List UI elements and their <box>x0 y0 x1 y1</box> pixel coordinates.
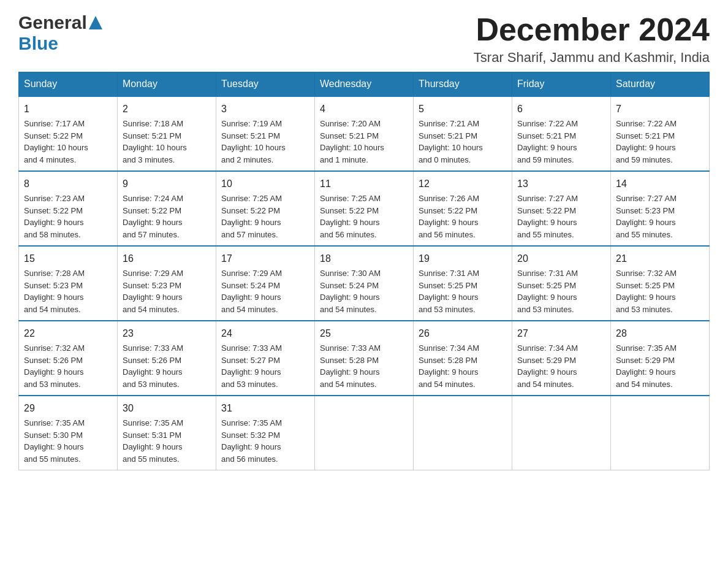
day-number: 23 <box>123 326 211 341</box>
table-row: 25Sunrise: 7:33 AMSunset: 5:28 PMDayligh… <box>315 321 414 396</box>
day-info: Sunrise: 7:34 AMSunset: 5:28 PMDaylight:… <box>419 342 507 390</box>
day-info: Sunrise: 7:35 AMSunset: 5:31 PMDaylight:… <box>123 417 211 465</box>
day-info: Sunrise: 7:35 AMSunset: 5:29 PMDaylight:… <box>616 342 704 390</box>
logo: General Blue <box>18 12 102 54</box>
table-row <box>512 396 611 470</box>
day-number: 20 <box>517 251 605 266</box>
header-thursday: Thursday <box>414 72 512 97</box>
day-info: Sunrise: 7:25 AMSunset: 5:22 PMDaylight:… <box>320 193 408 240</box>
table-row: 3Sunrise: 7:19 AMSunset: 5:21 PMDaylight… <box>216 96 315 171</box>
table-row: 18Sunrise: 7:30 AMSunset: 5:24 PMDayligh… <box>315 246 414 321</box>
day-info: Sunrise: 7:27 AMSunset: 5:22 PMDaylight:… <box>517 193 605 240</box>
header-monday: Monday <box>118 72 216 97</box>
table-row: 11Sunrise: 7:25 AMSunset: 5:22 PMDayligh… <box>315 171 414 246</box>
day-info: Sunrise: 7:29 AMSunset: 5:23 PMDaylight:… <box>123 267 211 315</box>
day-number: 22 <box>24 326 112 341</box>
table-row: 14Sunrise: 7:27 AMSunset: 5:23 PMDayligh… <box>611 171 710 246</box>
table-row: 15Sunrise: 7:28 AMSunset: 5:23 PMDayligh… <box>19 246 118 321</box>
table-row: 27Sunrise: 7:34 AMSunset: 5:29 PMDayligh… <box>512 321 611 396</box>
day-number: 31 <box>221 401 309 416</box>
day-number: 10 <box>221 177 309 191</box>
table-row: 26Sunrise: 7:34 AMSunset: 5:28 PMDayligh… <box>414 321 512 396</box>
table-row: 8Sunrise: 7:23 AMSunset: 5:22 PMDaylight… <box>19 171 118 246</box>
calendar-table: Sunday Monday Tuesday Wednesday Thursday… <box>18 72 710 470</box>
table-row: 22Sunrise: 7:32 AMSunset: 5:26 PMDayligh… <box>19 321 118 396</box>
table-row: 7Sunrise: 7:22 AMSunset: 5:21 PMDaylight… <box>611 96 710 171</box>
header-friday: Friday <box>512 72 611 97</box>
table-row: 12Sunrise: 7:26 AMSunset: 5:22 PMDayligh… <box>414 171 512 246</box>
calendar-week-2: 8Sunrise: 7:23 AMSunset: 5:22 PMDaylight… <box>19 171 710 246</box>
day-number: 21 <box>616 251 704 266</box>
day-number: 26 <box>419 326 507 341</box>
table-row: 16Sunrise: 7:29 AMSunset: 5:23 PMDayligh… <box>118 246 216 321</box>
day-number: 2 <box>123 102 211 117</box>
day-info: Sunrise: 7:28 AMSunset: 5:23 PMDaylight:… <box>24 267 112 315</box>
day-info: Sunrise: 7:29 AMSunset: 5:24 PMDaylight:… <box>221 267 309 315</box>
day-number: 9 <box>123 177 211 191</box>
day-info: Sunrise: 7:34 AMSunset: 5:29 PMDaylight:… <box>517 342 605 390</box>
logo-blue-text: Blue <box>18 33 58 54</box>
calendar-week-1: 1Sunrise: 7:17 AMSunset: 5:22 PMDaylight… <box>19 96 710 171</box>
calendar-week-5: 29Sunrise: 7:35 AMSunset: 5:30 PMDayligh… <box>19 396 710 470</box>
day-info: Sunrise: 7:33 AMSunset: 5:26 PMDaylight:… <box>123 342 211 390</box>
day-info: Sunrise: 7:32 AMSunset: 5:26 PMDaylight:… <box>24 342 112 390</box>
day-info: Sunrise: 7:32 AMSunset: 5:25 PMDaylight:… <box>616 267 704 315</box>
day-info: Sunrise: 7:31 AMSunset: 5:25 PMDaylight:… <box>419 267 507 315</box>
table-row: 1Sunrise: 7:17 AMSunset: 5:22 PMDaylight… <box>19 96 118 171</box>
day-number: 28 <box>616 326 704 341</box>
calendar-week-4: 22Sunrise: 7:32 AMSunset: 5:26 PMDayligh… <box>19 321 710 396</box>
header-sunday: Sunday <box>19 72 118 97</box>
month-title: December 2024 <box>474 12 710 47</box>
table-row: 9Sunrise: 7:24 AMSunset: 5:22 PMDaylight… <box>118 171 216 246</box>
page-header: General Blue December 2024 Tsrar Sharif,… <box>18 12 710 66</box>
day-info: Sunrise: 7:24 AMSunset: 5:22 PMDaylight:… <box>123 193 211 240</box>
day-number: 29 <box>24 401 112 416</box>
day-info: Sunrise: 7:33 AMSunset: 5:27 PMDaylight:… <box>221 342 309 390</box>
day-number: 30 <box>123 401 211 416</box>
day-info: Sunrise: 7:30 AMSunset: 5:24 PMDaylight:… <box>320 267 408 315</box>
day-number: 11 <box>320 177 408 191</box>
day-number: 1 <box>24 102 112 117</box>
header-saturday: Saturday <box>611 72 710 97</box>
day-info: Sunrise: 7:23 AMSunset: 5:22 PMDaylight:… <box>24 193 112 240</box>
day-number: 7 <box>616 102 704 117</box>
day-number: 15 <box>24 251 112 266</box>
day-info: Sunrise: 7:17 AMSunset: 5:22 PMDaylight:… <box>24 118 112 166</box>
table-row: 29Sunrise: 7:35 AMSunset: 5:30 PMDayligh… <box>19 396 118 470</box>
header-wednesday: Wednesday <box>315 72 414 97</box>
svg-marker-0 <box>89 16 102 29</box>
day-number: 16 <box>123 251 211 266</box>
day-number: 5 <box>419 102 507 117</box>
table-row: 28Sunrise: 7:35 AMSunset: 5:29 PMDayligh… <box>611 321 710 396</box>
day-number: 8 <box>24 177 112 191</box>
table-row: 24Sunrise: 7:33 AMSunset: 5:27 PMDayligh… <box>216 321 315 396</box>
table-row: 17Sunrise: 7:29 AMSunset: 5:24 PMDayligh… <box>216 246 315 321</box>
day-info: Sunrise: 7:18 AMSunset: 5:21 PMDaylight:… <box>123 118 211 166</box>
header-tuesday: Tuesday <box>216 72 315 97</box>
table-row: 13Sunrise: 7:27 AMSunset: 5:22 PMDayligh… <box>512 171 611 246</box>
day-info: Sunrise: 7:31 AMSunset: 5:25 PMDaylight:… <box>517 267 605 315</box>
location-title: Tsrar Sharif, Jammu and Kashmir, India <box>474 50 710 66</box>
table-row: 4Sunrise: 7:20 AMSunset: 5:21 PMDaylight… <box>315 96 414 171</box>
day-info: Sunrise: 7:22 AMSunset: 5:21 PMDaylight:… <box>616 118 704 166</box>
day-number: 19 <box>419 251 507 266</box>
day-number: 12 <box>419 177 507 191</box>
day-info: Sunrise: 7:35 AMSunset: 5:30 PMDaylight:… <box>24 417 112 465</box>
day-info: Sunrise: 7:35 AMSunset: 5:32 PMDaylight:… <box>221 417 309 465</box>
day-number: 25 <box>320 326 408 341</box>
table-row: 30Sunrise: 7:35 AMSunset: 5:31 PMDayligh… <box>118 396 216 470</box>
day-info: Sunrise: 7:27 AMSunset: 5:23 PMDaylight:… <box>616 193 704 240</box>
table-row: 19Sunrise: 7:31 AMSunset: 5:25 PMDayligh… <box>414 246 512 321</box>
table-row: 2Sunrise: 7:18 AMSunset: 5:21 PMDaylight… <box>118 96 216 171</box>
day-number: 3 <box>221 102 309 117</box>
day-number: 14 <box>616 177 704 191</box>
table-row: 21Sunrise: 7:32 AMSunset: 5:25 PMDayligh… <box>611 246 710 321</box>
table-row: 23Sunrise: 7:33 AMSunset: 5:26 PMDayligh… <box>118 321 216 396</box>
title-area: December 2024 Tsrar Sharif, Jammu and Ka… <box>474 12 710 66</box>
day-info: Sunrise: 7:25 AMSunset: 5:22 PMDaylight:… <box>221 193 309 240</box>
calendar-header-row: Sunday Monday Tuesday Wednesday Thursday… <box>19 72 710 97</box>
table-row: 10Sunrise: 7:25 AMSunset: 5:22 PMDayligh… <box>216 171 315 246</box>
day-info: Sunrise: 7:33 AMSunset: 5:28 PMDaylight:… <box>320 342 408 390</box>
table-row <box>611 396 710 470</box>
day-info: Sunrise: 7:22 AMSunset: 5:21 PMDaylight:… <box>517 118 605 166</box>
